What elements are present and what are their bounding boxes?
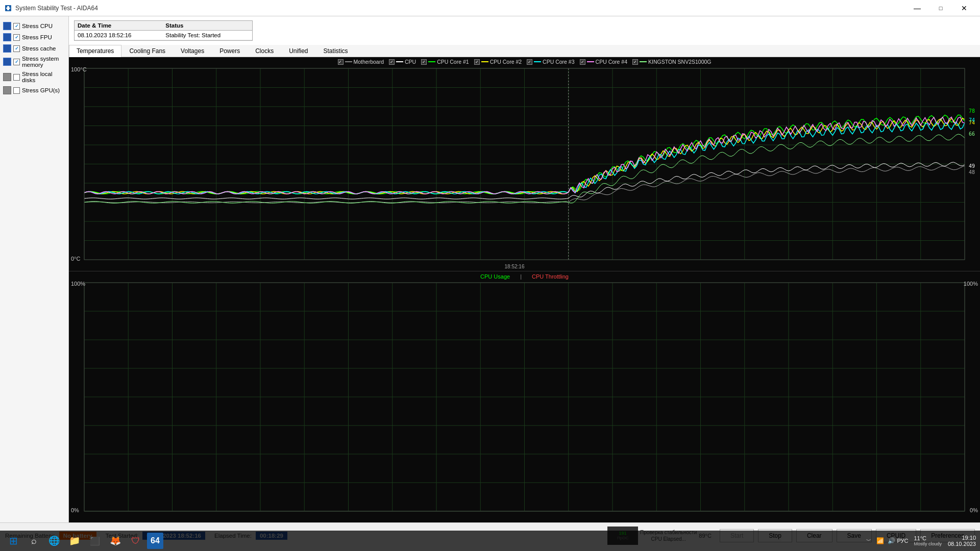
stress-cache-icon bbox=[3, 44, 11, 53]
legend-kingston: KINGSTON SNV2S1000G bbox=[632, 59, 712, 65]
legend-cpu-core3-checkbox[interactable] bbox=[527, 59, 532, 65]
log-table: Date & Time Status 08.10.2023 18:52:16 S… bbox=[74, 20, 253, 41]
stress-fpu-icon bbox=[3, 33, 11, 41]
content-area: Date & Time Status 08.10.2023 18:52:16 S… bbox=[69, 16, 980, 522]
stress-gpus-label: Stress GPU(s) bbox=[22, 87, 60, 93]
tab-clocks[interactable]: Clocks bbox=[248, 45, 281, 57]
sidebar: Stress CPU Stress FPU Stress cache Stres… bbox=[0, 16, 69, 522]
sidebar-item-stress-fpu[interactable]: Stress FPU bbox=[2, 32, 66, 43]
stress-cpu-icon bbox=[3, 22, 11, 30]
legend-motherboard: Motherboard bbox=[337, 59, 384, 65]
main-area: Stress CPU Stress FPU Stress cache Stres… bbox=[0, 16, 980, 522]
legend-cpu-core4-checkbox[interactable] bbox=[580, 59, 585, 65]
weather-temp: 11°C bbox=[914, 535, 942, 541]
cpu-throttling-label: CPU Throttling bbox=[532, 273, 569, 280]
cpu-separator: | bbox=[520, 273, 522, 280]
stress-gpus-checkbox[interactable] bbox=[13, 87, 20, 94]
sidebar-item-stress-disks[interactable]: Stress local disks bbox=[2, 69, 66, 85]
cpu-y-top-right: 100% bbox=[964, 281, 978, 287]
edge-icon[interactable]: 🌐 bbox=[45, 532, 63, 550]
system-tray: ﹀ 📶 🔊 РУС bbox=[864, 536, 908, 546]
stress-cpu-checkbox[interactable] bbox=[13, 23, 20, 30]
cpu-chart-legend: CPU Usage | CPU Throttling bbox=[480, 273, 569, 280]
file-explorer-icon[interactable]: 📁 bbox=[65, 532, 84, 550]
cpu-y-bottom-left: 0% bbox=[71, 507, 79, 513]
taskbar: ⊞ ⌕ 🌐 📁 ⬛ 🦊 🛡 64 ﹀ 📶 🔊 РУС 11°C Mostly c… bbox=[0, 531, 980, 551]
start-menu-icon[interactable]: ⊞ bbox=[4, 532, 22, 550]
legend-cpu-core1: CPU Core #1 bbox=[421, 59, 469, 65]
sidebar-item-stress-memory[interactable]: Stress system memory bbox=[2, 54, 66, 69]
weather-widget: 11°C Mostly cloudy bbox=[914, 535, 942, 546]
stress-disks-checkbox[interactable] bbox=[13, 74, 20, 81]
window-title: System Stability Test - AIDA64 bbox=[15, 5, 905, 12]
stress-cache-checkbox[interactable] bbox=[13, 45, 20, 52]
tray-chevron[interactable]: ﹀ bbox=[864, 536, 874, 546]
legend-cpu-core1-checkbox[interactable] bbox=[421, 59, 427, 65]
stress-memory-icon bbox=[3, 58, 11, 66]
files-icon[interactable]: ⬛ bbox=[86, 532, 104, 550]
log-datetime: 08.10.2023 18:52:16 bbox=[75, 31, 162, 40]
security-icon[interactable]: 🛡 bbox=[127, 532, 145, 550]
charts-area: Motherboard CPU CPU Core #1 bbox=[69, 57, 980, 522]
sidebar-item-stress-cache[interactable]: Stress cache bbox=[2, 43, 66, 54]
legend-cpu-core3: CPU Core #3 bbox=[527, 59, 574, 65]
sidebar-item-stress-cpu[interactable]: Stress CPU bbox=[2, 20, 66, 32]
tab-statistics[interactable]: Statistics bbox=[316, 45, 356, 57]
speaker-icon[interactable]: 🔊 bbox=[886, 536, 896, 546]
svg-rect-2 bbox=[7, 6, 9, 10]
taskbar-time-display: 19:10 bbox=[948, 535, 976, 541]
stress-memory-label: Stress system memory bbox=[22, 56, 65, 68]
language-icon: РУС bbox=[897, 536, 908, 546]
temp-y-bottom: 0°C bbox=[71, 256, 80, 262]
maximize-button[interactable]: □ bbox=[929, 0, 952, 16]
aida64-icon[interactable]: 64 bbox=[147, 533, 163, 549]
tab-unified[interactable]: Unified bbox=[281, 45, 315, 57]
cpu-y-top-left: 100% bbox=[71, 281, 85, 287]
temperature-chart: Motherboard CPU CPU Core #1 bbox=[69, 57, 980, 271]
app-icon bbox=[4, 4, 12, 12]
temp-y-top: 100°C bbox=[71, 66, 87, 72]
search-icon[interactable]: ⌕ bbox=[24, 532, 43, 550]
stress-cache-label: Stress cache bbox=[22, 45, 56, 52]
cpu-canvas bbox=[69, 271, 980, 522]
cpu-usage-label: CPU Usage bbox=[480, 273, 510, 280]
log-status: Stability Test: Started bbox=[162, 31, 252, 40]
tabs: Temperatures Cooling Fans Voltages Power… bbox=[69, 45, 980, 57]
sidebar-item-stress-gpus[interactable]: Stress GPU(s) bbox=[2, 85, 66, 96]
tab-powers[interactable]: Powers bbox=[212, 45, 248, 57]
tab-voltages[interactable]: Voltages bbox=[173, 45, 212, 57]
firefox-icon[interactable]: 🦊 bbox=[106, 532, 125, 550]
legend-cpu-checkbox[interactable] bbox=[389, 59, 395, 65]
log-col-status: Status bbox=[162, 21, 252, 31]
network-icon[interactable]: 📶 bbox=[875, 536, 885, 546]
window-controls: — □ ✕ bbox=[905, 0, 976, 16]
legend-cpu-core4: CPU Core #4 bbox=[580, 59, 627, 65]
stress-disks-label: Stress local disks bbox=[22, 71, 65, 83]
temperature-canvas bbox=[69, 57, 980, 271]
legend-kingston-checkbox[interactable] bbox=[632, 59, 638, 65]
minimize-button[interactable]: — bbox=[905, 0, 929, 16]
legend-motherboard-checkbox[interactable] bbox=[337, 59, 343, 65]
titlebar: System Stability Test - AIDA64 — □ ✕ bbox=[0, 0, 980, 16]
legend-cpu: CPU bbox=[389, 59, 416, 65]
stress-gpus-icon bbox=[3, 86, 11, 94]
stress-cpu-label: Stress CPU bbox=[22, 23, 53, 29]
log-row: 08.10.2023 18:52:16 Stability Test: Star… bbox=[75, 31, 252, 40]
stress-fpu-label: Stress FPU bbox=[22, 34, 52, 40]
tab-temperatures[interactable]: Temperatures bbox=[69, 45, 121, 57]
log-col-datetime: Date & Time bbox=[75, 21, 162, 31]
stress-disks-icon bbox=[3, 73, 11, 81]
legend-cpu-core2: CPU Core #2 bbox=[474, 59, 522, 65]
tab-cooling-fans[interactable]: Cooling Fans bbox=[121, 45, 173, 57]
legend-cpu-core2-checkbox[interactable] bbox=[474, 59, 480, 65]
cpu-usage-chart: CPU Usage | CPU Throttling 100% 0% 100% … bbox=[69, 271, 980, 522]
taskbar-date-display: 08.10.2023 bbox=[948, 541, 976, 547]
stress-fpu-checkbox[interactable] bbox=[13, 34, 20, 41]
close-button[interactable]: ✕ bbox=[952, 0, 976, 16]
cpu-y-bottom-right: 0% bbox=[970, 507, 978, 513]
temp-x-time: 18:52:16 bbox=[505, 264, 525, 269]
stress-memory-checkbox[interactable] bbox=[13, 59, 20, 65]
weather-desc: Mostly cloudy bbox=[914, 541, 942, 546]
temperature-legend: Motherboard CPU CPU Core #1 bbox=[337, 59, 711, 65]
taskbar-clock: 19:10 08.10.2023 bbox=[948, 535, 976, 547]
